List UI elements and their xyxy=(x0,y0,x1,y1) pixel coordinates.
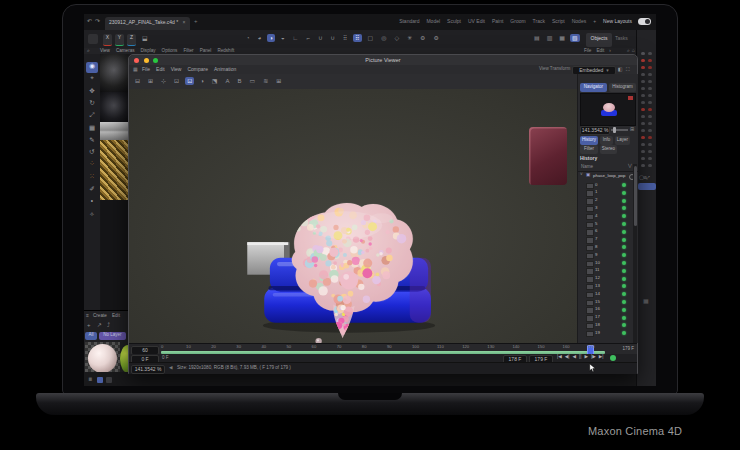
link-material-icon[interactable]: ⤴ xyxy=(107,322,110,328)
object-row-dots[interactable] xyxy=(637,99,656,106)
workspace-tab-paint[interactable]: Paint xyxy=(492,19,503,24)
visibility-dot-top[interactable] xyxy=(641,66,645,70)
modeling-icon[interactable]: ▢ xyxy=(366,34,376,42)
strip-icon[interactable]: ▭ xyxy=(247,77,257,85)
pen-icon[interactable]: ✐ xyxy=(86,185,98,196)
history-name-header[interactable]: Name xyxy=(581,165,593,170)
history-frame-row[interactable]: 17 xyxy=(578,314,638,322)
undo-icon[interactable]: ↶ xyxy=(87,18,92,24)
gear-icon[interactable]: ⚙ xyxy=(431,34,440,42)
visibility-dot-bottom[interactable] xyxy=(648,143,652,147)
visibility-dot-bottom[interactable] xyxy=(648,136,652,140)
object-row-dots[interactable] xyxy=(637,106,656,113)
visibility-dot-bottom[interactable] xyxy=(648,122,652,126)
render-to-pv-icon[interactable]: ◕ xyxy=(256,34,264,42)
crop-icon[interactable]: ⬔ xyxy=(210,77,220,85)
floor-object-icon[interactable]: ▤ xyxy=(532,34,542,42)
mograph-icon[interactable]: ◇ xyxy=(392,34,401,42)
magnet-icon[interactable]: ∪ xyxy=(316,34,324,42)
pv-menu-file[interactable]: File xyxy=(142,66,150,72)
history-frame-row[interactable]: 0 xyxy=(578,181,638,189)
tab-histogram[interactable]: Histogram xyxy=(609,83,636,92)
texture-thumb-sphere-2[interactable] xyxy=(100,92,128,122)
material-thumb-green-sphere[interactable] xyxy=(120,342,128,376)
layer-filter-all-button[interactable]: All xyxy=(85,332,97,340)
move-icon[interactable]: ✥ xyxy=(86,87,98,98)
expand-caret-icon[interactable]: ˅ xyxy=(580,173,583,178)
cube-icon[interactable]: ▦ xyxy=(643,298,649,304)
visibility-dot-bottom[interactable] xyxy=(648,129,652,133)
grid-icon[interactable]: ⊞ xyxy=(274,77,283,85)
object-row-dots[interactable] xyxy=(637,148,656,155)
mode-box-icon[interactable] xyxy=(88,34,98,44)
save-icon[interactable]: ⊞ xyxy=(146,77,155,85)
render-ready-icon[interactable] xyxy=(610,355,616,361)
poly-pen-icon[interactable]: ✎ xyxy=(86,136,98,147)
object-row-dots[interactable] xyxy=(637,127,656,134)
new-tab-icon[interactable]: + xyxy=(194,18,198,24)
spline-icon[interactable]: ⟡ xyxy=(86,210,98,221)
history-frame-row[interactable]: 11 xyxy=(578,267,638,275)
tab-layer[interactable]: Layer xyxy=(615,136,630,145)
history-frame-row[interactable]: 14 xyxy=(578,290,638,298)
material-edit-menu[interactable]: Edit xyxy=(112,314,120,319)
rotate-icon[interactable]: ↻ xyxy=(86,99,98,110)
quantize-icon[interactable]: ⠿ xyxy=(341,34,349,42)
object-strip-icons[interactable]: ◯ ⊘ ⤢ xyxy=(639,176,649,181)
load-material-icon[interactable]: ↗ xyxy=(97,322,102,328)
contrast-icon[interactable]: ◑ xyxy=(198,77,206,85)
render-canvas[interactable] xyxy=(129,89,577,343)
object-row-dots[interactable] xyxy=(637,64,656,71)
play-backward-button[interactable]: ◀ xyxy=(572,355,576,360)
tab-objects[interactable]: Objects xyxy=(586,33,612,47)
viewport-menu-redshift[interactable]: Redshift xyxy=(217,48,234,53)
visibility-dot-bottom[interactable] xyxy=(648,80,652,84)
objects-menu-edit[interactable]: Edit xyxy=(596,48,604,53)
viewport-menu-panel[interactable]: Panel xyxy=(200,48,212,53)
pv-menu-compare[interactable]: Compare xyxy=(187,66,208,72)
goto-end-button[interactable]: ▶| xyxy=(599,355,604,360)
pv-menu-view[interactable]: View xyxy=(171,66,182,72)
pause-button[interactable]: || xyxy=(579,355,581,360)
stage-icon[interactable]: ▦ xyxy=(557,34,567,42)
workspace-tab-uv-edit[interactable]: UV Edit xyxy=(468,19,485,24)
visibility-dot-top[interactable] xyxy=(641,129,645,133)
history-frame-row[interactable]: 13 xyxy=(578,282,638,290)
viewport-menu-options[interactable]: Options xyxy=(162,48,178,53)
history-parent-row[interactable]: ˅ ▣ phase_loop_pop xyxy=(578,172,638,180)
history-frame-row[interactable]: 4 xyxy=(578,212,638,220)
layout-mini-icon-3[interactable] xyxy=(106,377,112,383)
scale-icon[interactable]: ⤢ xyxy=(86,111,98,122)
pv-zoom-field[interactable]: 141.3542 % xyxy=(580,126,610,135)
quantize-settings-icon[interactable]: ⠿ xyxy=(353,34,361,42)
history-frame-row[interactable]: 10 xyxy=(578,259,638,267)
fields-icon[interactable]: ✳ xyxy=(405,34,414,42)
visibility-dot-top[interactable] xyxy=(641,101,645,105)
goto-start-button[interactable]: |◀ xyxy=(557,355,562,360)
layout-mini-icon-1[interactable]: ≣ xyxy=(88,377,92,382)
visibility-dot-bottom[interactable] xyxy=(648,108,652,112)
workspace-tab-standard[interactable]: Standard xyxy=(399,19,419,24)
material-menu-icon[interactable]: ≡ xyxy=(86,313,89,318)
mesh-edit-icon[interactable]: ▦ xyxy=(86,124,98,135)
history-frame-row[interactable]: 1 xyxy=(578,189,638,197)
selected-object-pill[interactable] xyxy=(638,183,656,190)
visibility-dot-bottom[interactable] xyxy=(648,73,652,77)
new-layouts-toggle[interactable] xyxy=(638,18,651,25)
visibility-dot-top[interactable] xyxy=(641,108,645,112)
texture-thumb-gold-weave[interactable] xyxy=(100,140,128,200)
texture-thumb-bars[interactable] xyxy=(100,122,128,140)
interactive-render-icon[interactable]: ◒ xyxy=(279,34,287,42)
tab-filter[interactable]: Filter xyxy=(580,145,598,154)
search-icon[interactable]: ⌕ xyxy=(627,48,630,53)
material-thumb-white-sphere[interactable] xyxy=(85,342,120,376)
pv-zoom-slider-handle[interactable] xyxy=(613,127,616,133)
zoom-100-icon[interactable]: ⊡ xyxy=(185,77,194,85)
workspace-tab-track[interactable]: Track xyxy=(533,19,545,24)
workspace-tab-+[interactable]: + xyxy=(593,19,596,24)
history-frame-row[interactable]: 7 xyxy=(578,236,638,244)
prev-key-button[interactable]: ◀| xyxy=(565,355,570,360)
compare-a-button[interactable]: A xyxy=(223,77,231,85)
history-frame-row[interactable]: 9 xyxy=(578,251,638,259)
objects-menu-file[interactable]: File xyxy=(584,48,591,53)
